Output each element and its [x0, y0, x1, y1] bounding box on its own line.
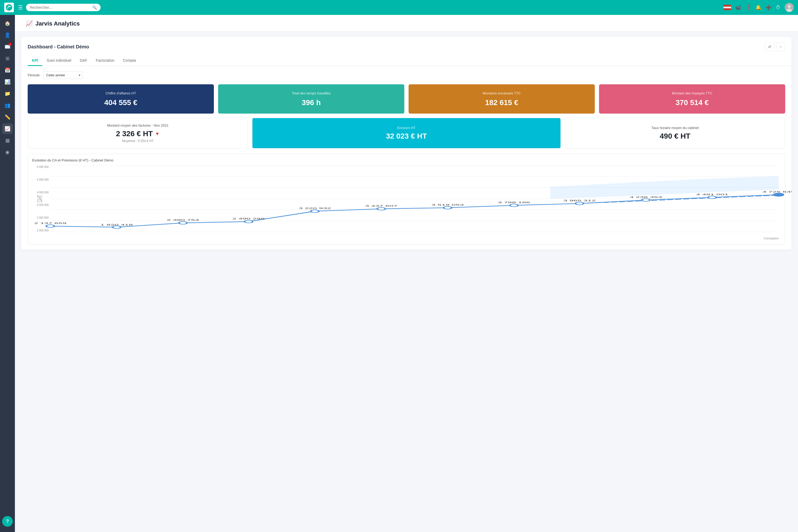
kpi-temps-label: Total des temps travaillés: [292, 91, 331, 95]
svg-point-14: [311, 210, 319, 212]
sidebar: 🏠 👤 ✉️ 1 ⊞ 📅 📊 📁 👥 ✏️ 📈 ▦ ◉ ?: [0, 15, 15, 532]
kpi-card-encours: Encours HT 32 023 € HT: [252, 118, 561, 148]
kpi-impayes-value: 370 514 €: [676, 98, 709, 107]
sidebar-item-edit[interactable]: ✏️: [2, 112, 13, 122]
mail-badge: 1: [8, 42, 12, 46]
tab-kpi[interactable]: KPI: [28, 56, 42, 66]
dashboard-panel: Dashboard - Cabinet Démo ↺ ↑ KPI Suivi i…: [21, 37, 792, 250]
logo: [4, 3, 14, 12]
dashboard-header: Dashboard - Cabinet Démo ↺ ↑ KPI Suivi i…: [21, 37, 792, 66]
svg-point-15: [377, 208, 385, 210]
chart-bottom-label: Conception: [764, 237, 779, 240]
export-button[interactable]: ↑: [776, 42, 785, 51]
kpi-encaisses-value: 182 615 €: [485, 98, 518, 107]
svg-text:2 137 659: 2 137 659: [34, 222, 66, 225]
kpi-encours-label: Encours HT: [397, 126, 416, 130]
svg-text:3 965 312: 3 965 312: [564, 199, 596, 202]
kpi-card-taux: Taux horaire moyen du cabinet 490 € HT: [565, 118, 785, 148]
kpi-encaisses-label: Montants encaissés TTC: [482, 91, 521, 95]
period-select-wrap: Cette année Mois en cours Trimestre en c…: [43, 71, 82, 79]
search-bar: 🔍: [26, 4, 100, 11]
sidebar-item-folder[interactable]: 📁: [2, 88, 13, 99]
search-icon: 🔍: [92, 5, 97, 10]
svg-point-21: [774, 193, 784, 196]
svg-text:2 490 299: 2 490 299: [232, 217, 265, 220]
svg-point-16: [444, 206, 452, 209]
sidebar-item-home[interactable]: 🏠: [2, 18, 13, 29]
help-icon[interactable]: ❓: [745, 4, 751, 11]
video-icon[interactable]: 📹: [735, 4, 741, 11]
main-content: 📈 Jarvis Analytics Dashboard - Cabinet D…: [15, 15, 798, 532]
timer-icon[interactable]: ⏱: [776, 5, 780, 11]
kpi-row-2: Montant moyen des factures - Nov 2021 2 …: [28, 118, 785, 148]
kpi-card-temps: Total des temps travaillés 396 h: [218, 84, 404, 114]
filter-row: Période: Cette année Mois en cours Trime…: [28, 71, 785, 79]
kpi-impayes-label: Montant des impayés TTC: [672, 91, 712, 95]
search-input[interactable]: [30, 5, 90, 10]
tab-facturation[interactable]: Facturation: [92, 56, 119, 66]
navbar-icons: 📹 ❓ 🔔 ➕ ⏱: [723, 3, 794, 12]
sidebar-item-mail[interactable]: ✉️ 1: [2, 41, 13, 52]
sidebar-item-chartbar[interactable]: 📊: [2, 77, 13, 87]
chart-title: Evolution du CA et Prévisions (€ HT) - C…: [32, 158, 781, 162]
sidebar-bottom: ?: [2, 514, 13, 529]
kpi-card-encaisses: Montants encaissés TTC 182 615 €: [408, 84, 595, 114]
svg-point-1: [787, 5, 791, 8]
notifications-icon[interactable]: 🔔: [756, 4, 761, 11]
svg-point-13: [244, 220, 252, 223]
page-title-row: 📈 Jarvis Analytics: [25, 20, 787, 27]
flag-icon[interactable]: [723, 5, 731, 10]
add-icon[interactable]: ➕: [765, 4, 772, 11]
tab-daf[interactable]: DAF: [76, 56, 92, 66]
page-title-icon: 📈: [25, 20, 33, 27]
avatar[interactable]: [785, 3, 794, 12]
sidebar-item-rss[interactable]: ◉: [2, 147, 13, 157]
svg-text:4 236 353: 4 236 353: [630, 196, 662, 198]
page-header: 📈 Jarvis Analytics: [15, 15, 798, 32]
kpi-taux-label: Taux horaire moyen du cabinet: [651, 126, 699, 130]
sidebar-item-person[interactable]: 👤: [2, 30, 13, 40]
chart-svg: 2 137 659 1 820 418 2 390 754 2 490 299 …: [50, 166, 779, 232]
svg-point-19: [642, 199, 650, 201]
page-title: Jarvis Analytics: [35, 20, 80, 27]
navbar: ☰ 🔍 📹 ❓ 🔔 ➕ ⏱: [0, 0, 798, 15]
svg-point-20: [708, 196, 716, 199]
kpi-factures-sub: Moyenne : 5 554 € HT: [122, 139, 154, 143]
svg-point-11: [113, 226, 120, 228]
kpi-taux-value: 490 € HT: [660, 132, 690, 140]
kpi-ca-label: Chiffre d'affaires HT: [106, 91, 136, 95]
svg-text:3 437 607: 3 437 607: [365, 205, 397, 207]
sidebar-item-table[interactable]: ▦: [2, 135, 13, 146]
kpi-encours-value: 32 023 € HT: [386, 132, 427, 140]
kpi-card-factures: Montant moyen des factures - Nov 2021 2 …: [28, 118, 248, 148]
period-select[interactable]: Cette année Mois en cours Trimestre en c…: [43, 71, 82, 79]
svg-text:CA HT: CA HT: [36, 195, 44, 202]
svg-point-10: [46, 225, 54, 227]
refresh-button[interactable]: ↺: [765, 42, 774, 51]
down-arrow-icon: ▼: [155, 131, 159, 137]
kpi-row-1: Chiffre d'affaires HT 404 555 € Total de…: [28, 84, 785, 114]
sidebar-item-calendar[interactable]: 📅: [2, 65, 13, 76]
svg-point-18: [575, 202, 583, 205]
svg-point-17: [510, 204, 518, 207]
kpi-factures-label: Montant moyen des factures - Nov 2021: [107, 124, 169, 128]
svg-text:2 390 754: 2 390 754: [167, 218, 199, 221]
tab-compta[interactable]: Compta: [119, 56, 140, 66]
kpi-factures-value: 2 326 € HT ▼: [116, 130, 159, 138]
chart-section: Evolution du CA et Prévisions (€ HT) - C…: [28, 154, 785, 244]
dashboard-content: Période: Cette année Mois en cours Trime…: [21, 66, 792, 250]
chart-container: 6 000 000 5 000 000 4 000 000 3 000 000 …: [32, 166, 781, 240]
sidebar-item-users[interactable]: 👥: [2, 100, 13, 111]
svg-point-12: [179, 222, 187, 224]
kpi-temps-value: 396 h: [302, 98, 321, 107]
sidebar-item-analytics[interactable]: 📈: [2, 124, 13, 134]
sidebar-item-grid[interactable]: ⊞: [2, 53, 13, 64]
dashboard-actions: ↺ ↑: [765, 42, 785, 51]
svg-text:3 788 186: 3 788 186: [498, 201, 530, 204]
help-button[interactable]: ?: [2, 516, 13, 527]
tab-suivi[interactable]: Suivi individuel: [42, 56, 76, 66]
kpi-card-impayes: Montant des impayés TTC 370 514 €: [599, 84, 785, 114]
svg-text:4 481 001: 4 481 001: [696, 193, 728, 196]
chart-area: 2 137 659 1 820 418 2 390 754 2 490 299 …: [50, 166, 779, 232]
menu-icon[interactable]: ☰: [18, 4, 23, 11]
